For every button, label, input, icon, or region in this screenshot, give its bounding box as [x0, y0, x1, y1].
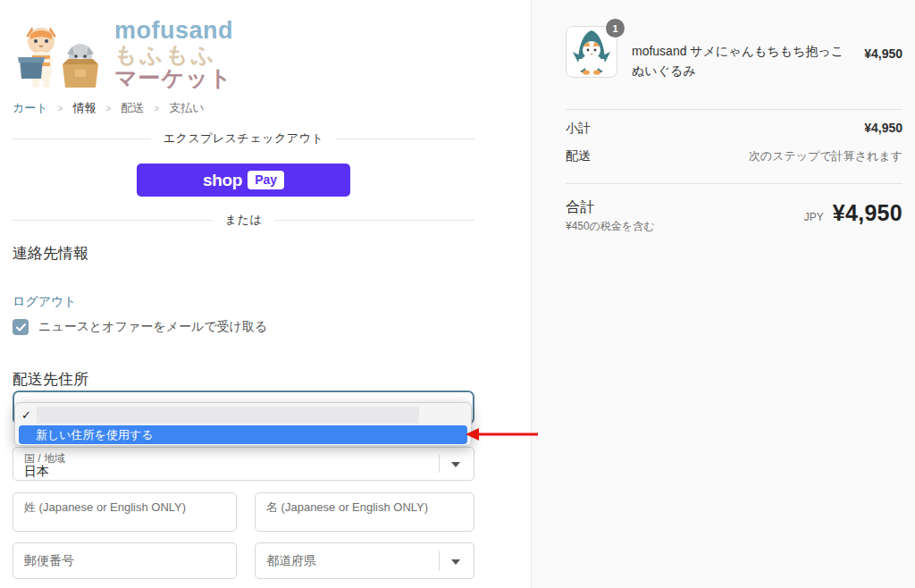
- or-label: または: [225, 212, 262, 228]
- checkmark-icon: ✓: [21, 408, 35, 422]
- breadcrumb-separator-icon: >: [105, 104, 111, 113]
- subtotal-label: 小計: [566, 121, 591, 137]
- newsletter-checkbox[interactable]: [13, 319, 29, 335]
- prefecture-select[interactable]: 都道府県: [255, 542, 474, 579]
- chevron-down-icon: [451, 559, 460, 565]
- total-value: ¥4,950: [833, 200, 902, 226]
- last-name-input[interactable]: 姓 (Japanese or English ONLY): [13, 492, 237, 532]
- dropdown-option-saved-address[interactable]: ✓: [15, 405, 471, 424]
- red-pointer-arrow-icon: [465, 426, 538, 442]
- brand-sub1: もふもふ: [114, 43, 233, 66]
- address-dropdown-menu: ✓ 新しい住所を使用する: [14, 402, 472, 446]
- select-divider: [439, 455, 440, 473]
- shipping-value: 次のステップで計算されます: [749, 148, 902, 164]
- shipping-section-title: 配送先住所: [13, 369, 474, 390]
- store-logo-text: mofusand もふもふ マーケット: [114, 18, 233, 90]
- dropdown-option-new-address[interactable]: 新しい住所を使用する: [19, 425, 467, 444]
- subtotal-value: ¥4,950: [864, 121, 902, 135]
- or-divider: または: [13, 212, 474, 228]
- country-value: 日本: [24, 464, 49, 480]
- breadcrumb-separator-icon: >: [154, 104, 159, 113]
- logout-link[interactable]: ログアウト: [13, 294, 474, 310]
- shop-pay-logo-pay: Pay: [248, 171, 284, 189]
- currency-code: JPY: [804, 211, 824, 223]
- tax-note: ¥450の税金を含む: [566, 219, 655, 234]
- summary-divider: [566, 109, 902, 110]
- checkout-main-pane: mofusand もふもふ マーケット カート > 情報 > 配送 > 支払い …: [0, 0, 531, 588]
- product-price: ¥4,950: [864, 46, 902, 61]
- brand-name: mofusand: [114, 18, 233, 43]
- last-name-label: 姓 (Japanese or English ONLY): [24, 500, 186, 516]
- express-checkout-label: エクスプレスチェックアウト: [164, 130, 323, 147]
- product-thumbnail-wrap: 1: [566, 26, 617, 78]
- product-title: mofusand サメにゃんもちもち抱っこぬいぐるみ: [632, 42, 848, 80]
- shop-pay-button[interactable]: shop Pay: [137, 164, 350, 197]
- postal-code-placeholder: 郵便番号: [24, 543, 74, 578]
- cats-logo-illustration: [13, 13, 105, 95]
- breadcrumb: カート > 情報 > 配送 > 支払い: [13, 100, 474, 116]
- quantity-badge: 1: [606, 19, 625, 38]
- checkmark-icon: [16, 323, 26, 332]
- brand-sub2: マーケット: [114, 66, 233, 89]
- breadcrumb-payment: 支払い: [169, 100, 204, 116]
- country-select[interactable]: 国 / 地域 日本: [13, 447, 474, 481]
- subtotal-row: 小計 ¥4,950: [566, 121, 902, 137]
- newsletter-label: ニュースとオファーをメールで受け取る: [38, 319, 267, 335]
- first-name-input[interactable]: 名 (Japanese or English ONLY): [255, 492, 474, 532]
- store-logo[interactable]: mofusand もふもふ マーケット: [13, 13, 474, 95]
- breadcrumb-shipping: 配送: [121, 100, 144, 116]
- contact-section-title: 連絡先情報: [13, 243, 474, 264]
- shipping-label: 配送: [566, 148, 591, 164]
- select-divider: [439, 550, 440, 571]
- shark-cat-plush-image: [571, 29, 612, 75]
- breadcrumb-information: 情報: [72, 100, 96, 116]
- breadcrumb-separator-icon: >: [58, 104, 63, 113]
- prefecture-placeholder: 都道府県: [266, 543, 316, 578]
- first-name-label: 名 (Japanese or English ONLY): [266, 500, 428, 516]
- order-summary-pane: 1 mofusand サメにゃんもちもち抱っこぬいぐるみ ¥4,950 小計 ¥…: [531, 0, 915, 588]
- chevron-down-icon: [451, 462, 460, 467]
- breadcrumb-cart[interactable]: カート: [13, 100, 48, 116]
- summary-divider: [566, 183, 902, 184]
- redacted-saved-address: [37, 407, 419, 424]
- newsletter-row: ニュースとオファーをメールで受け取る: [13, 319, 474, 335]
- total-label: 合計: [566, 198, 594, 217]
- express-checkout-divider: エクスプレスチェックアウト: [13, 130, 474, 147]
- total-amount-group: JPY ¥4,950: [804, 200, 902, 226]
- shipping-row: 配送 次のステップで計算されます: [566, 148, 902, 164]
- postal-code-input[interactable]: 郵便番号: [13, 542, 237, 579]
- shop-pay-logo-shop: shop: [203, 171, 242, 190]
